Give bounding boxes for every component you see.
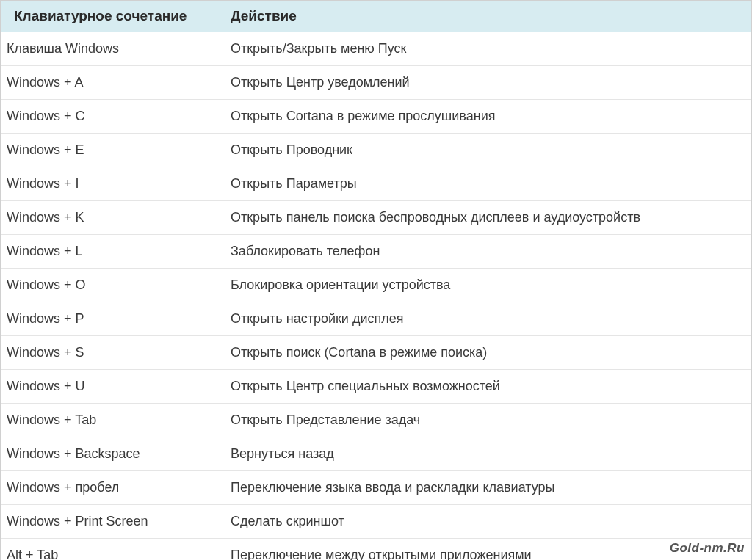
cell-action: Открыть Cortana в режиме прослушивания: [217, 100, 751, 134]
table-row: Windows + Backspace Вернуться назад: [1, 437, 751, 471]
cell-shortcut: Windows + S: [1, 336, 217, 370]
table-row: Windows + Print Screen Сделать скриншот: [1, 505, 751, 539]
table-row: Windows + O Блокировка ориентации устрой…: [1, 269, 751, 302]
header-action: Действие: [217, 1, 751, 32]
cell-action: Открыть Параметры: [217, 167, 751, 201]
table-row: Windows + E Открыть Проводник: [1, 134, 751, 167]
cell-shortcut: Windows + O: [1, 269, 217, 302]
cell-shortcut: Windows + I: [1, 167, 217, 201]
table-row: Windows + L Заблокировать телефон: [1, 235, 751, 269]
cell-action: Вернуться назад: [217, 437, 751, 471]
table-row: Windows + U Открыть Центр специальных во…: [1, 370, 751, 404]
cell-action: Открыть Проводник: [217, 134, 751, 167]
table-header-row: Клавиатурное сочетание Действие: [1, 1, 751, 32]
cell-action: Открыть Центр уведомлений: [217, 66, 751, 100]
cell-shortcut: Windows + L: [1, 235, 217, 269]
table-row: Windows + S Открыть поиск (Cortana в реж…: [1, 336, 751, 370]
cell-shortcut: Windows + C: [1, 100, 217, 134]
cell-action: Открыть поиск (Cortana в режиме поиска): [217, 336, 751, 370]
table-row: Клавиша Windows Открыть/Закрыть меню Пус…: [1, 32, 751, 66]
table-row: Windows + K Открыть панель поиска беспро…: [1, 201, 751, 235]
header-shortcut: Клавиатурное сочетание: [1, 1, 217, 32]
table-row: Windows + C Открыть Cortana в режиме про…: [1, 100, 751, 134]
cell-action: Открыть/Закрыть меню Пуск: [217, 32, 751, 66]
table-row: Windows + P Открыть настройки дисплея: [1, 302, 751, 336]
table-row: Windows + пробел Переключение языка ввод…: [1, 471, 751, 505]
cell-shortcut: Windows + P: [1, 302, 217, 336]
cell-action: Открыть настройки дисплея: [217, 302, 751, 336]
cell-action: Открыть Центр специальных возможностей: [217, 370, 751, 404]
cell-shortcut: Windows + Print Screen: [1, 505, 217, 539]
cell-action: Сделать скриншот: [217, 505, 751, 539]
table-body: Клавиша Windows Открыть/Закрыть меню Пус…: [1, 32, 751, 561]
cell-shortcut: Windows + K: [1, 201, 217, 235]
cell-shortcut: Windows + U: [1, 370, 217, 404]
cell-action: Блокировка ориентации устройства: [217, 269, 751, 302]
table-row: Windows + A Открыть Центр уведомлений: [1, 66, 751, 100]
shortcuts-table-container: Клавиатурное сочетание Действие Клавиша …: [0, 0, 752, 560]
cell-action: Переключение языка ввода и раскладки кла…: [217, 471, 751, 505]
cell-action: Открыть Представление задач: [217, 404, 751, 437]
cell-shortcut: Клавиша Windows: [1, 32, 217, 66]
cell-shortcut: Windows + A: [1, 66, 217, 100]
table-row: Windows + I Открыть Параметры: [1, 167, 751, 201]
cell-shortcut: Windows + пробел: [1, 471, 217, 505]
cell-shortcut: Windows + E: [1, 134, 217, 167]
watermark: Gold-nm.Ru: [670, 541, 745, 556]
table-row: Windows + Tab Открыть Представление зада…: [1, 404, 751, 437]
shortcuts-table: Клавиатурное сочетание Действие Клавиша …: [1, 1, 751, 560]
cell-action: Заблокировать телефон: [217, 235, 751, 269]
cell-shortcut: Alt + Tab: [1, 539, 217, 561]
cell-shortcut: Windows + Tab: [1, 404, 217, 437]
cell-action: Открыть панель поиска беспроводных диспл…: [217, 201, 751, 235]
table-row: Alt + Tab Переключение между открытыми п…: [1, 539, 751, 561]
cell-shortcut: Windows + Backspace: [1, 437, 217, 471]
